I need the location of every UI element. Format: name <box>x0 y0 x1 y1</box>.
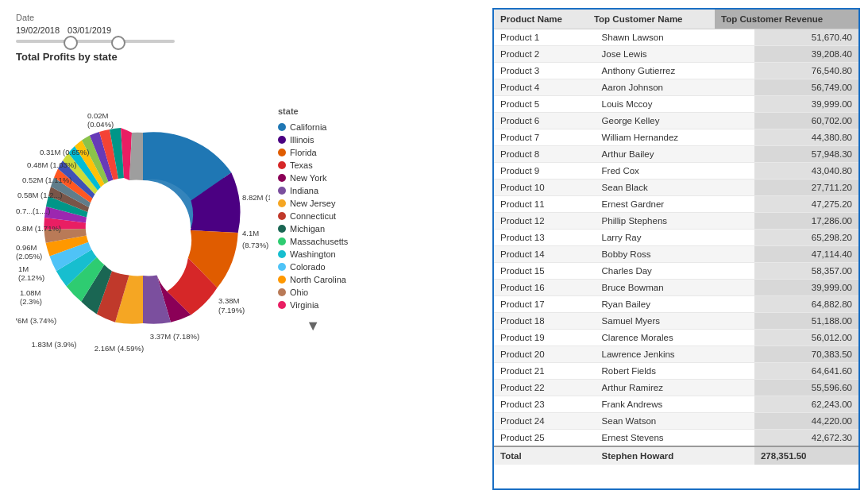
cell-revenue: 39,999.00 <box>754 280 858 296</box>
legend-item[interactable]: New York <box>278 173 348 183</box>
cell-customer: Lawrence Jenkins <box>596 346 754 363</box>
svg-text:0.8M (1.71%): 0.8M (1.71%) <box>16 224 61 233</box>
cell-customer: Bruce Bowman <box>596 280 754 296</box>
cell-revenue: 58,357.00 <box>754 263 858 280</box>
cell-revenue: 43,040.80 <box>754 163 858 180</box>
legend-dot-texas <box>278 161 286 169</box>
legend-dot-california <box>278 123 286 131</box>
legend-dot-north-carolina <box>278 276 286 284</box>
cell-customer: Samuel Myers <box>596 313 754 330</box>
svg-text:0.52M (1.11%): 0.52M (1.11%) <box>22 176 71 184</box>
svg-text:(2.05%): (2.05%) <box>16 252 42 261</box>
legend-dot-florida <box>278 149 286 156</box>
legend-scroll-down[interactable]: ▼ <box>278 318 348 334</box>
cell-revenue: 51,188.00 <box>754 313 858 330</box>
cell-customer: William Hernandez <box>596 129 754 146</box>
table-row: Product 14 Bobby Ross 47,114.40 <box>494 246 858 263</box>
legend-label-north-carolina: North Carolina <box>290 275 346 284</box>
legend-item[interactable]: Washington <box>278 249 348 259</box>
cell-customer: George Kelley <box>596 113 754 129</box>
table-row: Product 6 George Kelley 60,702.00 <box>494 113 858 129</box>
donut-chart: 8.82M (18.77%) 4.1M (8.73%) 3.38M (7.19%… <box>16 69 270 371</box>
legend-label-florida: Florida <box>290 148 317 157</box>
svg-text:3.38M: 3.38M <box>218 296 239 305</box>
legend-label-new-jersey: New Jersey <box>290 199 335 208</box>
svg-text:1.83M (3.9%): 1.83M (3.9%) <box>31 340 76 349</box>
cell-product: Product 4 <box>494 79 596 96</box>
legend-label-washington: Washington <box>290 249 336 259</box>
cell-revenue: 47,275.20 <box>754 196 858 213</box>
cell-customer: Charles Day <box>596 263 754 280</box>
cell-revenue: 70,383.50 <box>754 346 858 363</box>
legend-item[interactable]: Ohio <box>278 288 348 297</box>
cell-product: Product 6 <box>494 113 596 129</box>
date-slider[interactable] <box>16 40 175 43</box>
cell-product: Product 21 <box>494 363 596 380</box>
cell-customer: Ernest Gardner <box>596 196 754 213</box>
table-row: Product 11 Ernest Gardner 47,275.20 <box>494 196 858 213</box>
table-row: Product 25 Ernest Stevens 42,672.30 <box>494 430 858 447</box>
chart-title: Total Profits by state <box>16 51 476 63</box>
legend-label-california: California <box>290 122 326 132</box>
cell-customer: Sean Watson <box>596 413 754 430</box>
cell-customer: Bobby Ross <box>596 246 754 263</box>
legend-dot-indiana <box>278 187 286 195</box>
svg-text:1.76M (3.74%): 1.76M (3.74%) <box>16 316 56 325</box>
data-table: Product Name Top Customer Name Top Custo… <box>494 10 858 29</box>
legend-item[interactable]: New Jersey <box>278 199 348 208</box>
svg-text:0.96M: 0.96M <box>16 243 37 252</box>
table-row: Product 1 Shawn Lawson 51,670.40 <box>494 29 858 46</box>
legend-dot-massachusetts <box>278 237 286 245</box>
cell-customer: Ryan Bailey <box>596 296 754 313</box>
right-panel: Product Name Top Customer Name Top Custo… <box>492 0 868 498</box>
cell-customer: Phillip Stephens <box>596 213 754 230</box>
table-row: Product 15 Charles Day 58,357.00 <box>494 263 858 280</box>
legend-dot-washington <box>278 250 286 258</box>
legend-label-virginia: Virginia <box>290 300 319 310</box>
cell-customer: Fred Cox <box>596 163 754 180</box>
date-range: 19/02/2018 03/01/2019 <box>16 25 476 35</box>
legend-label-indiana: Indiana <box>290 186 318 195</box>
table-header-row: Product Name Top Customer Name Top Custo… <box>494 10 858 29</box>
cell-product: Product 23 <box>494 396 596 413</box>
cell-customer: Shawn Lawson <box>596 29 754 46</box>
cell-product: Product 17 <box>494 296 596 313</box>
cell-product: Product 3 <box>494 63 596 79</box>
legend-item[interactable]: Colorado <box>278 262 348 272</box>
col-header-customer[interactable]: Top Customer Name <box>588 10 715 29</box>
date-end[interactable]: 03/01/2019 <box>68 25 111 35</box>
cell-customer: Anthony Gutierrez <box>596 63 754 79</box>
cell-customer: Frank Andrews <box>596 396 754 413</box>
cell-revenue: 51,670.40 <box>754 29 858 46</box>
table-row: Product 21 Robert Fields 64,641.60 <box>494 363 858 380</box>
legend-item[interactable]: Indiana <box>278 186 348 195</box>
table-row: Product 4 Aaron Johnson 56,749.00 <box>494 79 858 96</box>
cell-product: Product 10 <box>494 180 596 196</box>
svg-text:(2.12%): (2.12%) <box>18 273 44 282</box>
legend-item[interactable]: Michigan <box>278 224 348 234</box>
legend-item[interactable]: North Carolina <box>278 275 348 284</box>
date-label: Date <box>16 13 476 22</box>
legend-item[interactable]: Illinois <box>278 135 348 145</box>
col-header-revenue[interactable]: Top Customer Revenue <box>715 10 858 29</box>
cell-revenue: 55,596.60 <box>754 380 858 396</box>
legend-item[interactable]: Virginia <box>278 300 348 310</box>
svg-text:(8.73%): (8.73%) <box>242 241 268 249</box>
legend-label-texas: Texas <box>290 160 313 170</box>
cell-product: Product 1 <box>494 29 596 46</box>
legend-item[interactable]: Texas <box>278 160 348 170</box>
col-header-product[interactable]: Product Name <box>494 10 588 29</box>
legend-item[interactable]: Florida <box>278 148 348 157</box>
cell-customer: Arthur Ramirez <box>596 380 754 396</box>
table-total-row: Total Stephen Howard 278,351.50 <box>494 446 858 465</box>
cell-customer: Clarence Morales <box>596 330 754 346</box>
legend-label-massachusetts: Massachusetts <box>290 237 348 246</box>
date-start[interactable]: 19/02/2018 <box>16 25 60 35</box>
legend-item[interactable]: California <box>278 122 348 132</box>
cell-product: Product 12 <box>494 213 596 230</box>
legend-item[interactable]: Massachusetts <box>278 237 348 246</box>
legend-item[interactable]: Connecticut <box>278 211 348 221</box>
table-scroll-area[interactable]: Product 1 Shawn Lawson 51,670.40 Product… <box>494 29 858 488</box>
data-table-body: Product 1 Shawn Lawson 51,670.40 Product… <box>494 29 858 465</box>
cell-customer: Larry Ray <box>596 230 754 246</box>
